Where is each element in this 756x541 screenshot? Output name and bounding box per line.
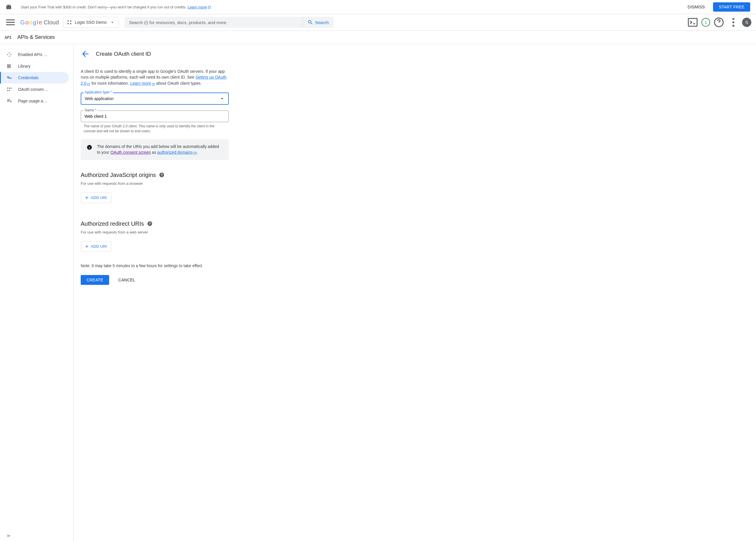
- redirect-uris-desc: For use with requests from a web server: [81, 230, 299, 235]
- info-icon: [87, 145, 92, 150]
- svg-rect-15: [10, 64, 11, 68]
- content: Create OAuth client ID A client ID is us…: [74, 44, 756, 541]
- nav-enabled-apis[interactable]: Enabled APIs …: [0, 49, 69, 60]
- cloud-shell-button[interactable]: [687, 17, 699, 28]
- search-container: Search: [125, 17, 334, 28]
- external-link-icon: [208, 6, 211, 9]
- search-button[interactable]: Search: [303, 17, 334, 28]
- redirect-uris-heading: Authorized redirect URIs ?: [81, 221, 299, 227]
- add-js-uri-button[interactable]: + ADD URI: [81, 193, 111, 203]
- help-button[interactable]: [713, 17, 725, 28]
- svg-rect-17: [9, 88, 10, 89]
- svg-rect-19: [7, 90, 8, 91]
- hamburger-menu-button[interactable]: [5, 17, 16, 28]
- svg-rect-18: [10, 88, 11, 89]
- sidebar: Enabled APIs … Library Credentials OAuth…: [0, 44, 74, 541]
- application-type-field: Application type * Web application: [81, 93, 229, 105]
- project-name: Logto SSO Demo: [75, 20, 107, 25]
- notifications-badge[interactable]: 1: [701, 18, 710, 27]
- user-avatar[interactable]: S: [742, 18, 751, 27]
- trial-banner-text: Start your Free Trial with $300 in credi…: [21, 5, 680, 9]
- chevron-down-icon: [110, 20, 115, 25]
- svg-rect-14: [9, 64, 10, 68]
- plus-icon: +: [85, 244, 89, 250]
- info-text: The domains of the URIs you add below wi…: [97, 144, 223, 155]
- grid-icon: [6, 52, 12, 57]
- svg-point-1: [70, 20, 71, 22]
- name-helper-text: The name of your OAuth 2.0 client. This …: [81, 124, 229, 134]
- external-link-icon: [152, 82, 155, 85]
- svg-rect-16: [7, 88, 8, 89]
- svg-point-0: [67, 20, 69, 22]
- js-origins-heading: Authorized JavaScript origins ?: [81, 172, 299, 179]
- svg-point-12: [9, 56, 10, 57]
- library-icon: [6, 63, 12, 69]
- intro-text: A client ID is used to identify a single…: [81, 69, 229, 86]
- key-icon: [6, 75, 12, 81]
- svg-rect-20: [9, 90, 10, 91]
- name-field-group: Name * The name of your OAuth 2.0 client…: [81, 111, 229, 134]
- svg-point-11: [10, 54, 11, 55]
- google-cloud-logo[interactable]: Google Cloud: [20, 19, 59, 26]
- nav-page-usage[interactable]: Page usage a…: [0, 95, 69, 107]
- note-text: Note: It may take 5 minutes to a few hou…: [81, 264, 299, 268]
- page-title: Create OAuth client ID: [96, 51, 151, 57]
- project-icon: [67, 20, 72, 25]
- project-selector[interactable]: Logto SSO Demo: [63, 17, 119, 28]
- application-type-select[interactable]: Web application: [81, 93, 229, 105]
- plus-icon: +: [85, 195, 89, 201]
- learn-more-link[interactable]: Learn more: [130, 81, 155, 86]
- authorized-domains-link[interactable]: authorized domains: [157, 150, 197, 155]
- search-input[interactable]: [125, 17, 303, 28]
- cancel-button[interactable]: CANCEL: [114, 275, 140, 285]
- chevron-down-icon: [219, 96, 225, 101]
- svg-point-6: [732, 18, 735, 20]
- external-link-icon: [87, 82, 90, 85]
- nav-credentials[interactable]: Credentials: [0, 72, 69, 84]
- form-area: A client ID is used to identify a single…: [74, 64, 306, 289]
- content-header: Create OAuth client ID: [74, 44, 756, 64]
- application-type-label: Application type *: [84, 90, 113, 94]
- trial-learn-more-link[interactable]: Learn more: [188, 5, 211, 9]
- search-icon: [307, 19, 313, 25]
- help-icon[interactable]: ?: [147, 221, 152, 226]
- create-button[interactable]: CREATE: [81, 275, 109, 285]
- collapse-sidebar-button[interactable]: [6, 533, 12, 539]
- info-box: The domains of the URIs you add below wi…: [81, 139, 229, 160]
- svg-rect-4: [688, 19, 697, 26]
- svg-point-2: [67, 23, 69, 24]
- api-badge: API: [5, 35, 12, 40]
- svg-point-9: [9, 53, 10, 53]
- js-origins-desc: For use with requests from a browser: [81, 181, 299, 186]
- more-menu-button[interactable]: [728, 17, 739, 28]
- nav-library[interactable]: Library: [0, 60, 69, 72]
- svg-point-21: [10, 101, 11, 102]
- svg-point-10: [7, 54, 8, 55]
- dismiss-button[interactable]: DISMISS: [683, 2, 710, 12]
- start-free-button[interactable]: START FREE: [713, 2, 750, 12]
- nav-oauth-consent[interactable]: OAuth consen…: [0, 84, 69, 95]
- page-icon: [6, 98, 12, 104]
- subheader: API APIs & Services: [0, 31, 756, 44]
- name-label: Name *: [84, 108, 98, 112]
- svg-point-8: [732, 25, 735, 27]
- svg-point-3: [70, 23, 71, 24]
- header-actions: 1 S: [687, 17, 751, 28]
- gift-icon: [6, 4, 12, 10]
- oauth-consent-link[interactable]: OAuth consent screen: [111, 150, 151, 155]
- name-input[interactable]: [81, 111, 229, 122]
- back-button[interactable]: [81, 49, 90, 59]
- section-title: APIs & Services: [17, 34, 55, 40]
- trial-banner: Start your Free Trial with $300 in credi…: [0, 0, 756, 14]
- main-header: Google Cloud Logto SSO Demo Search 1 S: [0, 14, 756, 31]
- svg-point-7: [732, 21, 735, 24]
- external-link-icon: [193, 151, 197, 154]
- action-row: CREATE CANCEL: [81, 275, 299, 285]
- svg-rect-13: [7, 64, 8, 68]
- help-icon[interactable]: ?: [159, 173, 164, 177]
- add-redirect-uri-button[interactable]: + ADD URI: [81, 241, 111, 252]
- consent-icon: [6, 86, 12, 92]
